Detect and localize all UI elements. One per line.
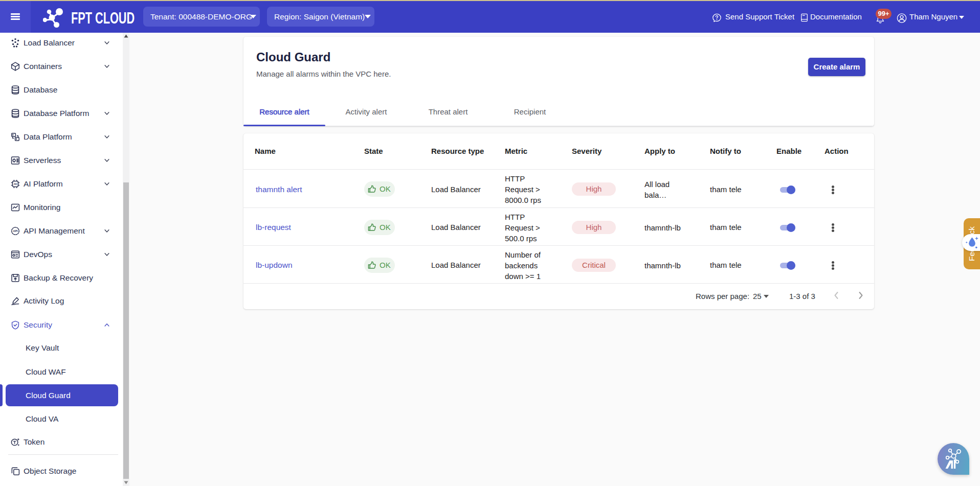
svg-text:API: API	[13, 229, 18, 233]
svg-text:AI: AI	[14, 182, 17, 186]
